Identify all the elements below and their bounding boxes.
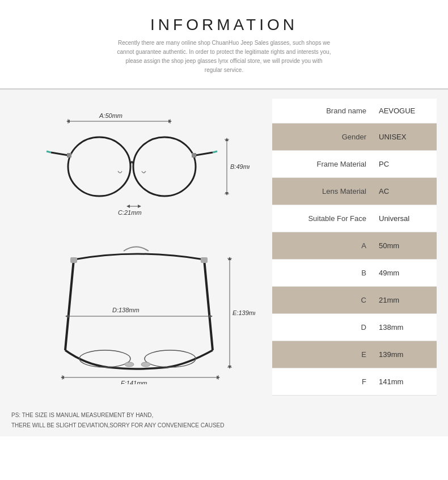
a-value: 50mm (374, 241, 437, 250)
b-label: B (272, 269, 374, 277)
svg-text:E:139mm: E:139mm (233, 309, 255, 316)
svg-text:D:138mm: D:138mm (112, 307, 140, 313)
svg-rect-22 (70, 257, 77, 263)
svg-text:F:141mm: F:141mm (121, 380, 147, 384)
frame-row: Frame Material PC (272, 151, 437, 178)
page-title: INFORMATION (0, 16, 448, 34)
brand-value: AEVOGUE (374, 107, 437, 115)
c-row: C 21mm (272, 287, 437, 314)
svg-line-6 (51, 152, 68, 155)
svg-text:A:50mm: A:50mm (99, 112, 122, 119)
svg-line-7 (196, 152, 213, 155)
lens-row: Lens Material AC (272, 178, 437, 205)
gender-row: Gender UNISEX (272, 124, 437, 151)
left-panel: A:50mm (11, 99, 261, 396)
d-row: D 138mm (272, 314, 437, 341)
footer-line1: PS: THE SIZE IS MANUAL MEASUREMENT BY HA… (11, 410, 437, 420)
footer-note: PS: THE SIZE IS MANUAL MEASUREMENT BY HA… (0, 405, 448, 436)
svg-rect-8 (67, 153, 71, 158)
c-value: 21mm (374, 296, 437, 304)
gender-value: UNISEX (374, 133, 437, 141)
e-value: 139mm (374, 350, 437, 359)
b-row: B 49mm (272, 260, 437, 287)
frame-label: Frame Material (272, 160, 374, 168)
e-label: E (272, 350, 374, 359)
svg-point-5 (133, 137, 196, 196)
svg-text:C:21mm: C:21mm (118, 209, 142, 216)
svg-rect-23 (201, 257, 208, 263)
face-label: Suitable For Face (272, 214, 374, 223)
svg-point-21 (141, 362, 150, 367)
main-content: A:50mm (0, 90, 448, 405)
svg-line-11 (213, 151, 217, 152)
lens-label: Lens Material (272, 187, 374, 196)
a-label: A (272, 241, 374, 250)
svg-rect-9 (192, 153, 196, 158)
frame-value: PC (374, 160, 437, 168)
svg-point-18 (79, 350, 130, 367)
c-label: C (272, 296, 374, 304)
f-value: 141mm (374, 377, 437, 386)
svg-point-19 (145, 350, 196, 367)
f-row: F 141mm (272, 368, 437, 396)
svg-line-10 (47, 151, 51, 152)
lens-value: AC (374, 187, 437, 196)
brand-row: Brand name AEVOGUE (272, 99, 437, 124)
svg-text:B:49mm: B:49mm (230, 163, 250, 170)
header: INFORMATION Recently there are many onli… (0, 0, 448, 80)
a-row: A 50mm (272, 232, 437, 260)
face-value: Universal (374, 214, 437, 223)
gender-label: Gender (272, 133, 374, 141)
d-value: 138mm (374, 323, 437, 332)
front-view-diagram: A:50mm (34, 104, 250, 231)
side-view-diagram: D:138mm E:139mm F:141mm (28, 237, 255, 386)
svg-point-4 (68, 137, 130, 196)
brand-label: Brand name (272, 107, 374, 115)
e-row: E 139mm (272, 341, 437, 368)
svg-point-20 (125, 362, 134, 367)
face-row: Suitable For Face Universal (272, 205, 437, 232)
f-label: F (272, 377, 374, 386)
right-panel: Brand name AEVOGUE Gender UNISEX Frame M… (272, 99, 437, 396)
page-wrapper: INFORMATION Recently there are many onli… (0, 0, 448, 436)
b-value: 49mm (374, 269, 437, 277)
footer-line2: THERE WILL BE SLIGHT DEVIATION,SORRY FOR… (11, 420, 437, 431)
header-subtitle: Recently there are many online shop Chua… (116, 39, 332, 75)
d-label: D (272, 323, 374, 332)
